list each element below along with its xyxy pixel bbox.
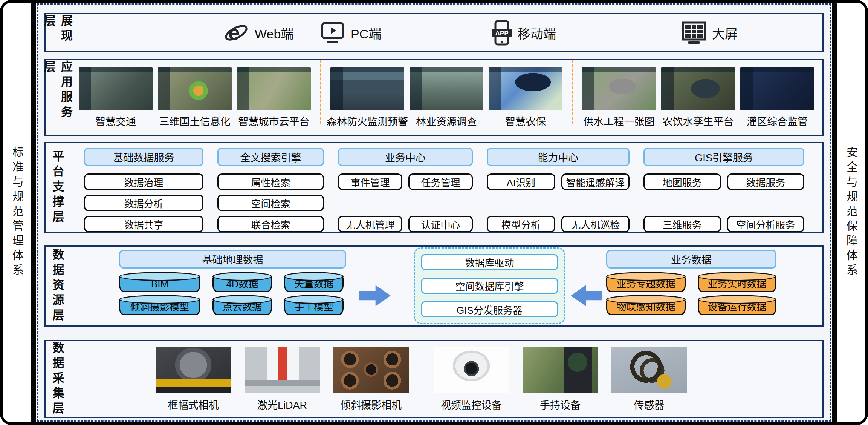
device-caption: 框幅式相机 [168, 397, 219, 412]
platform-header: 能力中心 [487, 148, 630, 166]
database-middleware-box: 数据库驱动 空间数据库引擎 GIS分发服务器 [414, 247, 565, 324]
app-card-citycloud: 智慧城市云平台 [237, 67, 311, 128]
platform-item: 模型分析 [487, 216, 555, 232]
app-screenshot [158, 67, 232, 110]
platform-item: 空间分析服务 [727, 216, 805, 232]
business-data-group: 业务数据 业务专题数据 业务实时数据 物联感知数据 设备运行数据 [606, 250, 776, 315]
app-caption: 农饮水孪生平台 [663, 114, 734, 128]
middleware-item-spatial-engine: 空间数据库引擎 [421, 278, 558, 294]
platform-column-basic-data: 基础数据服务 数据治理 数据分析 数据共享 [84, 148, 203, 232]
right-vertical-bar [832, 3, 837, 422]
app-card-irrigation: 灌区综合监管 [740, 67, 814, 128]
app-screenshot [661, 67, 735, 110]
app-caption: 灌区综合监管 [747, 114, 808, 128]
terminal-label-pc: PC端 [351, 24, 381, 42]
app-screenshot [330, 67, 404, 110]
device-lidar: 激光LiDAR [245, 347, 320, 412]
platform-item-grid: 事件管理 任务管理 无人机管理 认证中心 [338, 173, 473, 232]
geo-cylinder-row: 倾斜摄影模型 点云数据 手工模型 [119, 300, 346, 315]
terminal-label-web: Web端 [255, 24, 293, 42]
device-handheld: 手持设备 [523, 347, 598, 412]
platform-item: 数据服务 [727, 173, 805, 190]
platform-item: 联合检索 [217, 216, 324, 232]
app-card-drinkwater: 农饮水孪生平台 [661, 67, 735, 128]
platform-item-stack: 属性检索 空间检索 联合检索 [217, 173, 324, 232]
data-collection-content: 框幅式相机 激光LiDAR 倾斜摄影相机 视频监控设备 [69, 341, 822, 417]
app-screenshot [740, 67, 814, 110]
monitor-play-icon [321, 21, 345, 44]
left-system-band: 标准与规范管理体系 [3, 3, 31, 422]
platform-item: 数据分析 [84, 195, 203, 211]
app-caption: 林业资源调查 [416, 114, 477, 128]
data-cylinder-manual-model: 手工模型 [284, 300, 344, 315]
layer-box-presentation: 展现层 e Web端 [44, 13, 824, 52]
platform-item: 地图服务 [643, 173, 721, 190]
platform-header: 全文搜索引擎 [217, 148, 324, 166]
platform-item: 属性检索 [217, 173, 324, 190]
terminal-label-mobile: 移动端 [518, 24, 556, 42]
data-cylinder-vector: 矢量数据 [284, 277, 344, 292]
data-cylinder-biz-thematic: 业务专题数据 [606, 277, 686, 292]
data-cylinder-oblique-model: 倾斜摄影模型 [119, 300, 200, 315]
device-caption: 倾斜摄影相机 [341, 397, 402, 412]
platform-column-fulltext-search: 全文搜索引擎 属性检索 空间检索 联合检索 [217, 148, 324, 232]
dashed-content-frame: 展现层 e Web端 [37, 3, 831, 422]
app-caption: 智慧农保 [505, 114, 546, 128]
platform-item: 无人机巡检 [561, 216, 630, 232]
platform-item-grid: AI识别 智能遥感解译 模型分析 无人机巡检 [487, 173, 630, 232]
architecture-diagram: 标准与规范管理体系 展现层 e Web端 [0, 0, 868, 425]
app-screenshot [79, 67, 153, 110]
middleware-item-gis-server: GIS分发服务器 [421, 301, 558, 317]
arrow-right-icon [359, 285, 391, 306]
platform-item-grid: 地图服务 数据服务 三维服务 空间分析服务 [643, 173, 804, 232]
left-vertical-bar [31, 3, 36, 422]
mobile-app-icon: APP [492, 20, 512, 46]
data-cylinder-device-operation: 设备运行数据 [698, 300, 776, 315]
business-cylinder-row: 业务专题数据 业务实时数据 [606, 277, 776, 292]
layer-label-application: 应用服务层 [46, 60, 69, 135]
left-system-label: 标准与规范管理体系 [9, 146, 25, 279]
app-card-land3d: 三维国土信息化 [158, 67, 232, 128]
platform-column-gis-engine: GIS引擎服务 地图服务 数据服务 三维服务 空间分析服务 [643, 148, 804, 232]
app-card-forestry: 林业资源调查 [410, 67, 483, 128]
app-caption: 森林防火监测预警 [327, 114, 408, 128]
app-card-traffic: 智慧交通 [79, 67, 153, 128]
device-caption: 激光LiDAR [257, 397, 307, 412]
platform-item: 数据共享 [84, 216, 203, 232]
platform-item: AI识别 [487, 173, 555, 190]
middleware-item-db-driver: 数据库驱动 [421, 254, 558, 270]
device-photo [333, 347, 409, 393]
layer-label-data-collection: 数据采集层 [46, 341, 69, 417]
app-group-divider [572, 60, 573, 124]
device-photo [156, 347, 231, 393]
base-geo-data-group: 基础地理数据 BIM 4D数据 矢量数据 倾斜摄影模型 点云数据 手工模型 [119, 250, 346, 315]
app-screenshot [582, 67, 656, 110]
device-photo [245, 347, 320, 393]
device-photo [611, 347, 687, 393]
app-icon-text: APP [495, 30, 509, 37]
platform-item: 数据治理 [84, 173, 203, 190]
geo-cylinder-row: BIM 4D数据 矢量数据 [119, 277, 346, 292]
platform-item: 智能遥感解译 [561, 173, 630, 190]
platform-item-stack: 数据治理 数据分析 数据共享 [84, 173, 203, 232]
base-geo-header: 基础地理数据 [119, 250, 346, 269]
layer-box-platform: 平台支撑层 基础数据服务 数据治理 数据分析 数据共享 全文搜索引擎 属性 [44, 142, 824, 233]
ie-browser-icon: e [224, 20, 249, 45]
app-caption: 供水工程一张图 [584, 114, 655, 128]
device-cctv: 视频监控设备 [434, 347, 509, 412]
svg-text:e: e [228, 21, 240, 44]
data-resource-content: 基础地理数据 BIM 4D数据 矢量数据 倾斜摄影模型 点云数据 手工模型 [69, 247, 822, 325]
platform-item: 无人机管理 [338, 216, 402, 232]
business-cylinder-row: 物联感知数据 设备运行数据 [606, 300, 776, 315]
device-caption: 视频监控设备 [441, 397, 502, 412]
app-caption: 智慧城市云平台 [238, 114, 310, 128]
app-screenshot [410, 67, 483, 110]
platform-header: 基础数据服务 [84, 148, 203, 166]
layer-label-data-resource: 数据资源层 [46, 247, 69, 325]
app-caption: 三维国土信息化 [159, 114, 231, 128]
platform-item: 空间检索 [217, 195, 324, 211]
data-cylinder-pointcloud: 点云数据 [212, 300, 272, 315]
layer-label-platform: 平台支撑层 [46, 143, 69, 232]
terminal-group-bigscreen: 大屏 [682, 21, 738, 44]
data-cylinder-iot-sensing: 物联感知数据 [606, 300, 686, 315]
